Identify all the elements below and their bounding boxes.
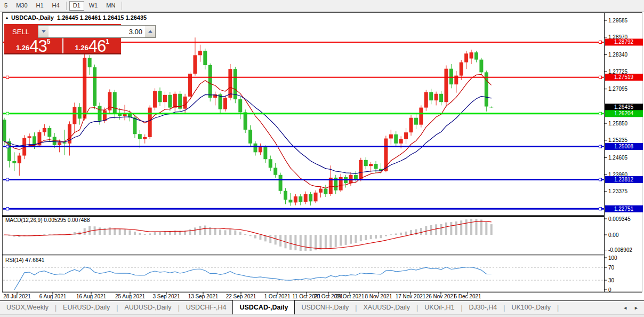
svg-text:26 Nov 2021: 26 Nov 2021 [426,294,456,299]
triangle-down-icon [42,30,46,33]
svg-text:1.22751: 1.22751 [614,206,634,212]
svg-text:1 Oct 2021: 1 Oct 2021 [264,294,291,299]
timeframe-button-h1[interactable]: H1 [33,1,47,11]
svg-text:-0.008902: -0.008902 [608,247,632,253]
tab-scroll-left-icon[interactable]: ◄ [623,305,627,311]
tab-scroll-right-icon[interactable]: ► [634,305,639,311]
svg-text:30: 30 [608,278,615,283]
triangle-up-icon [148,30,152,33]
tab-usdcad-daily[interactable]: USDCAD-,Daily [232,300,295,314]
volume-decrease-button[interactable] [38,26,49,37]
svg-text:8 Nov 2021: 8 Nov 2021 [365,294,392,299]
sell-button[interactable]: SELL [4,24,37,38]
svg-text:70: 70 [608,265,615,271]
collapse-triangle-icon[interactable]: ▲ [5,15,9,20]
tab-ukoil-h1[interactable]: UKOil-,H1 [418,301,461,314]
tab-separator: | [557,304,559,312]
timeframe-button-mn[interactable]: MN [102,1,119,11]
buy-price-prefix: 1.26 [75,43,88,53]
svg-text:0.009345: 0.009345 [608,216,631,222]
sell-price[interactable]: 1.26435 [4,38,63,53]
timeframe-button-w1[interactable]: W1 [85,1,102,11]
volume-increase-button[interactable] [145,26,155,37]
symbol-label: USDCAD-,Daily [11,14,54,21]
svg-text:28 Jul 2021: 28 Jul 2021 [3,294,31,299]
timeframe-toolbar: 5M30H1H4D1W1MN [0,0,644,12]
volume-input[interactable] [49,26,145,37]
svg-text:13 Sep 2021: 13 Sep 2021 [188,294,219,299]
svg-text:1.27519: 1.27519 [614,74,634,80]
svg-text:29 Oct 2021: 29 Oct 2021 [335,294,365,299]
buy-price[interactable]: 1.26461 [63,38,122,53]
tab-uk100-daily[interactable]: UK100-,Daily [505,301,557,314]
svg-text:16 Aug 2021: 16 Aug 2021 [76,294,107,299]
buy-button[interactable]: BUY [156,24,189,38]
svg-text:1.28792: 1.28792 [614,39,634,45]
tab-audusd-daily[interactable]: AUDUSD-,Daily [118,301,178,314]
tab-usdchf-h4[interactable]: USDCHF-,H4 [180,301,233,314]
tab-xauusd-daily[interactable]: XAUUSD-,Daily [357,301,416,314]
chart-title: ▲USDCAD-,Daily1.26445 1.26461 1.26415 1.… [5,14,147,21]
svg-text:1.25235: 1.25235 [608,137,628,143]
svg-text:1.24605: 1.24605 [608,155,628,161]
tab-usdcnh-daily[interactable]: USDCNH-,Daily [295,301,355,314]
sell-price-point: 5 [47,39,51,44]
timeframe-button-h4[interactable]: H4 [49,1,63,11]
svg-text:MACD(12,26,9) 0.005295 0.00748: MACD(12,26,9) 0.005295 0.007488 [5,217,90,223]
trade-panel: SELL BUY 1.26435 1.26461 [4,24,121,54]
svg-text:RSI(14) 47.6641: RSI(14) 47.6641 [5,257,45,263]
toolbar-separator [66,2,67,10]
window-bottom-strip [0,314,644,317]
svg-text:1.23812: 1.23812 [614,177,634,183]
svg-text:1.29585: 1.29585 [608,18,628,23]
svg-text:0.00: 0.00 [608,232,619,238]
chart-tabbar: USDX,Weekly|EURUSD-,Daily|AUDUSD-,Daily|… [0,300,644,314]
svg-text:25 Aug 2021: 25 Aug 2021 [115,294,146,299]
svg-text:1.26204: 1.26204 [614,110,634,116]
svg-text:100: 100 [608,255,617,261]
tab-usdx-weekly[interactable]: USDX,Weekly [0,301,55,314]
buy-price-point: 1 [106,39,109,44]
timeframe-button-d1[interactable]: D1 [69,1,84,11]
sell-price-prefix: 1.26 [16,43,29,53]
svg-text:1.25850: 1.25850 [608,121,628,126]
svg-text:1.23375: 1.23375 [608,188,628,194]
toolbar-separator [122,2,122,10]
svg-text:1.26435: 1.26435 [614,104,634,110]
svg-text:3 Sep 2021: 3 Sep 2021 [152,294,180,299]
svg-text:6 Aug 2021: 6 Aug 2021 [39,294,67,299]
svg-text:1.28340: 1.28340 [608,52,628,58]
tab-eurusd-daily[interactable]: EURUSD-,Daily [57,301,116,314]
sell-price-pips: 43 [29,39,46,53]
buy-price-pips: 46 [88,39,106,53]
svg-text:1.27095: 1.27095 [608,86,628,92]
svg-text:1.27725: 1.27725 [608,69,628,75]
tab-scroll-arrows: ◄► [623,305,639,311]
svg-text:17 Nov 2021: 17 Nov 2021 [396,294,426,299]
ohlc-values: 1.26445 1.26461 1.26415 1.26435 [57,14,147,21]
svg-text:0: 0 [608,287,611,293]
tab-dj30-h4[interactable]: DJ30-,H4 [463,301,504,314]
svg-text:1.25008: 1.25008 [614,144,634,149]
svg-text:6 Dec 2021: 6 Dec 2021 [454,294,481,299]
timeframe-button-5[interactable]: 5 [1,1,11,11]
timeframe-button-m30[interactable]: M30 [12,1,31,11]
svg-text:22 Sep 2021: 22 Sep 2021 [226,294,256,299]
volume-spinner [38,25,156,38]
